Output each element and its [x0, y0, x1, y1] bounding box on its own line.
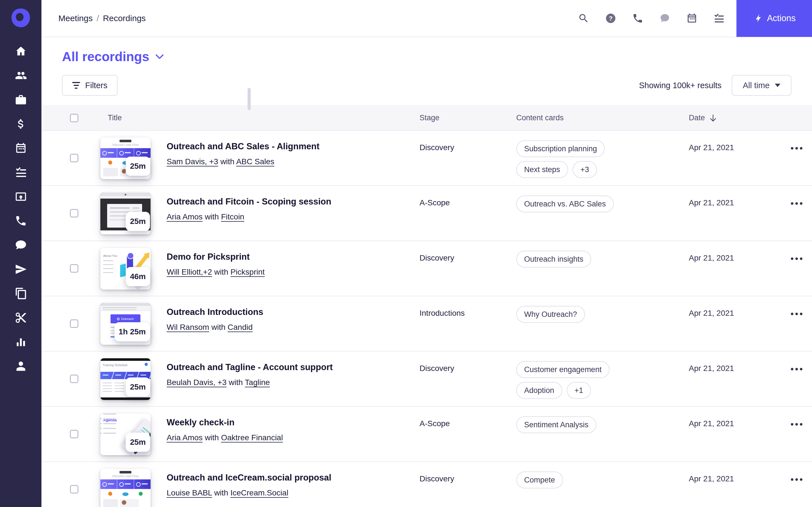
with-word: with	[226, 378, 245, 387]
scrollbar-thumb[interactable]	[248, 88, 251, 110]
sidebar-nav	[15, 45, 27, 372]
recording-thumbnail[interactable]: About You 46m	[100, 248, 151, 290]
company-link[interactable]: Candid	[227, 323, 253, 332]
duration-badge: 25m	[126, 212, 150, 231]
briefcase-icon[interactable]	[15, 94, 27, 106]
content-card-chip[interactable]: Next steps	[516, 161, 568, 178]
recording-title-link[interactable]: Demo for Picksprint	[167, 252, 250, 262]
recording-title-link[interactable]: Outreach and Fitcoin - Scoping session	[167, 196, 331, 207]
date-label: Apr 21, 2021	[689, 131, 781, 185]
calendar-icon[interactable]	[686, 13, 698, 24]
row-checkbox[interactable]	[70, 154, 79, 162]
company-link[interactable]: IceCream.Social	[231, 489, 288, 497]
copy-icon[interactable]	[15, 287, 27, 300]
recording-thumbnail[interactable]: Training Schedule 25m	[100, 358, 151, 400]
actions-button[interactable]: Actions	[737, 0, 812, 37]
recordings-table-body: Inbound Lead Flow 25m Outreach and ABC S…	[42, 131, 812, 507]
participants-link[interactable]: Aria Amos	[167, 212, 203, 221]
recording-thumbnail[interactable]: Inbound Lead Flow 25m	[100, 137, 151, 179]
people-icon[interactable]	[15, 69, 27, 82]
recordings-page: All recordings Filters Showing 100k+ res…	[42, 37, 812, 507]
recording-title-link[interactable]: Outreach and ABC Sales - Alignment	[167, 142, 319, 152]
participants-line: Aria Amos with Fitcoin	[167, 212, 419, 221]
tasks-icon[interactable]	[713, 13, 725, 24]
svg-text:?: ?	[609, 15, 613, 22]
recording-title-link[interactable]: Weekly check-in	[167, 417, 235, 428]
recording-title-link[interactable]: Outreach and Tagline - Account support	[167, 362, 333, 372]
outbox-icon[interactable]	[15, 190, 27, 203]
participants-link[interactable]: Louise BABL	[167, 489, 212, 497]
participants-link[interactable]: Sam Davis, +3	[167, 157, 218, 166]
content-cards: Customer engagementAdoption+1	[516, 351, 689, 406]
view-selector[interactable]: All recordings	[62, 49, 164, 64]
more-actions-button[interactable]	[789, 201, 804, 207]
search-icon[interactable]	[578, 13, 589, 24]
recording-thumbnail[interactable]: 25m	[100, 193, 151, 234]
phone-icon[interactable]	[15, 215, 27, 227]
content-card-chip[interactable]: Adoption	[516, 382, 562, 399]
snippets-icon[interactable]	[15, 312, 27, 324]
breadcrumb-recordings[interactable]: Recordings	[103, 13, 146, 23]
filters-button[interactable]: Filters	[62, 75, 117, 96]
participants-link[interactable]: Will Elliott,+2	[167, 268, 212, 276]
more-actions-button[interactable]	[789, 366, 804, 372]
more-actions-button[interactable]	[789, 476, 804, 483]
send-icon[interactable]	[15, 263, 27, 276]
content-card-chip[interactable]: Sentiment Analysis	[516, 416, 596, 433]
row-checkbox[interactable]	[70, 320, 79, 328]
row-checkbox[interactable]	[70, 264, 79, 273]
row-checkbox[interactable]	[70, 485, 79, 494]
table-row: Training Schedule 25m Outreach and Tagli…	[42, 351, 812, 407]
breadcrumb-meetings[interactable]: Meetings	[58, 13, 93, 23]
row-checkbox[interactable]	[70, 209, 79, 217]
content-card-chip[interactable]: Customer engagement	[516, 361, 610, 378]
content-card-chip[interactable]: Outreach insights	[516, 251, 591, 268]
more-actions-button[interactable]	[789, 311, 804, 317]
company-link[interactable]: Oaktree Financial	[221, 433, 283, 442]
recording-thumbnail[interactable]: Agenda 25m	[100, 413, 151, 455]
company-link[interactable]: ABC Sales	[236, 157, 274, 166]
select-all-checkbox[interactable]	[70, 114, 79, 122]
breadcrumb-separator: /	[97, 13, 99, 23]
revenue-icon[interactable]	[15, 118, 27, 130]
content-card-chip[interactable]: +3	[573, 161, 597, 178]
reports-icon[interactable]	[15, 336, 27, 348]
more-actions-button[interactable]	[789, 256, 804, 262]
stage-label: Discovery	[419, 131, 516, 185]
content-card-chip[interactable]: +1	[567, 382, 591, 399]
row-checkbox[interactable]	[70, 430, 79, 438]
participants-link[interactable]: Beulah Davis, +3	[167, 378, 226, 387]
table-row: 25m Outreach and Fitcoin - Scoping sessi…	[42, 186, 812, 241]
content-card-chip[interactable]: Why Outreach?	[516, 306, 585, 323]
filters-label: Filters	[85, 81, 107, 90]
participants-link[interactable]: Aria Amos	[167, 433, 203, 442]
phone-icon[interactable]	[632, 13, 644, 24]
outreach-logo[interactable]	[10, 8, 31, 28]
tasks-icon[interactable]	[15, 166, 27, 179]
participants-link[interactable]: Wil Ransom	[167, 323, 209, 332]
time-range-dropdown[interactable]: All time	[732, 75, 792, 96]
more-actions-button[interactable]	[789, 145, 804, 151]
recording-thumbnail[interactable]: Outreach 1h 25m	[100, 303, 151, 345]
chat-icon[interactable]	[15, 239, 27, 251]
company-link[interactable]: Tagline	[245, 378, 270, 387]
more-actions-button[interactable]	[789, 421, 804, 427]
calendar-icon[interactable]	[15, 142, 27, 154]
home-icon[interactable]	[15, 45, 27, 57]
recording-title-link[interactable]: Outreach Introductions	[167, 307, 263, 317]
content-cards: Compete	[516, 462, 689, 507]
profile-icon[interactable]	[15, 360, 27, 372]
content-cards: Subscription planningNext steps+3	[516, 131, 689, 185]
recording-thumbnail[interactable]: Inbound Lead Flow	[100, 469, 151, 507]
company-link[interactable]: Fitcoin	[221, 212, 244, 221]
participants-line: Beulah Davis, +3 with Tagline	[167, 378, 419, 387]
content-card-chip[interactable]: Compete	[516, 471, 563, 489]
column-header-date[interactable]: Date	[689, 114, 781, 122]
help-icon[interactable]: ?	[605, 13, 616, 24]
content-card-chip[interactable]: Subscription planning	[516, 140, 605, 157]
content-card-chip[interactable]: Outreach vs. ABC Sales	[516, 195, 614, 212]
row-checkbox[interactable]	[70, 375, 79, 383]
chat-icon[interactable]	[659, 13, 670, 24]
company-link[interactable]: Picksprint	[231, 268, 264, 276]
recording-title-link[interactable]: Outreach and IceCream.social proposal	[167, 473, 331, 483]
